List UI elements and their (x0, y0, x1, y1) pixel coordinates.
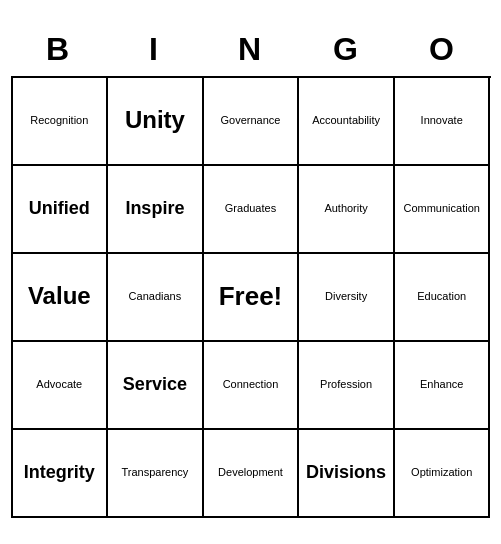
cell-text: Development (218, 466, 283, 479)
cell-text: Graduates (225, 202, 276, 215)
cell-text: Canadians (129, 290, 182, 303)
cell-text: Divisions (306, 462, 386, 484)
header-letter: B (11, 27, 107, 76)
cell-text: Optimization (411, 466, 472, 479)
cell-text: Unified (29, 198, 90, 220)
bingo-cell: Inspire (108, 166, 204, 254)
bingo-cell: Authority (299, 166, 395, 254)
cell-text: Integrity (24, 462, 95, 484)
cell-text: Recognition (30, 114, 88, 127)
bingo-cell: Governance (204, 78, 300, 166)
bingo-cell: Recognition (13, 78, 109, 166)
bingo-cell: Canadians (108, 254, 204, 342)
bingo-cell: Development (204, 430, 300, 518)
bingo-cell: Advocate (13, 342, 109, 430)
bingo-cell: Integrity (13, 430, 109, 518)
cell-text: Inspire (125, 198, 184, 220)
bingo-cell: Enhance (395, 342, 491, 430)
header-letter: G (299, 27, 395, 76)
header-letter: O (395, 27, 491, 76)
cell-text: Unity (125, 106, 185, 135)
bingo-cell: Service (108, 342, 204, 430)
bingo-cell: Optimization (395, 430, 491, 518)
bingo-cell: Accountability (299, 78, 395, 166)
cell-text: Diversity (325, 290, 367, 303)
cell-text: Innovate (421, 114, 463, 127)
bingo-header: BINGO (11, 27, 491, 76)
bingo-card: BINGO RecognitionUnityGovernanceAccounta… (11, 27, 491, 518)
cell-text: Transparency (121, 466, 188, 479)
bingo-cell: Value (13, 254, 109, 342)
bingo-cell: Transparency (108, 430, 204, 518)
cell-text: Free! (219, 281, 283, 312)
bingo-cell: Free! (204, 254, 300, 342)
bingo-cell: Divisions (299, 430, 395, 518)
bingo-cell: Innovate (395, 78, 491, 166)
cell-text: Governance (221, 114, 281, 127)
cell-text: Service (123, 374, 187, 396)
cell-text: Profession (320, 378, 372, 391)
header-letter: N (203, 27, 299, 76)
bingo-cell: Profession (299, 342, 395, 430)
bingo-cell: Unified (13, 166, 109, 254)
bingo-cell: Unity (108, 78, 204, 166)
header-letter: I (107, 27, 203, 76)
cell-text: Communication (403, 202, 479, 215)
cell-text: Value (28, 282, 91, 311)
cell-text: Authority (324, 202, 367, 215)
cell-text: Education (417, 290, 466, 303)
bingo-cell: Graduates (204, 166, 300, 254)
cell-text: Accountability (312, 114, 380, 127)
bingo-cell: Diversity (299, 254, 395, 342)
cell-text: Connection (223, 378, 279, 391)
bingo-cell: Communication (395, 166, 491, 254)
bingo-grid: RecognitionUnityGovernanceAccountability… (11, 76, 491, 518)
bingo-cell: Education (395, 254, 491, 342)
cell-text: Enhance (420, 378, 463, 391)
bingo-cell: Connection (204, 342, 300, 430)
cell-text: Advocate (36, 378, 82, 391)
